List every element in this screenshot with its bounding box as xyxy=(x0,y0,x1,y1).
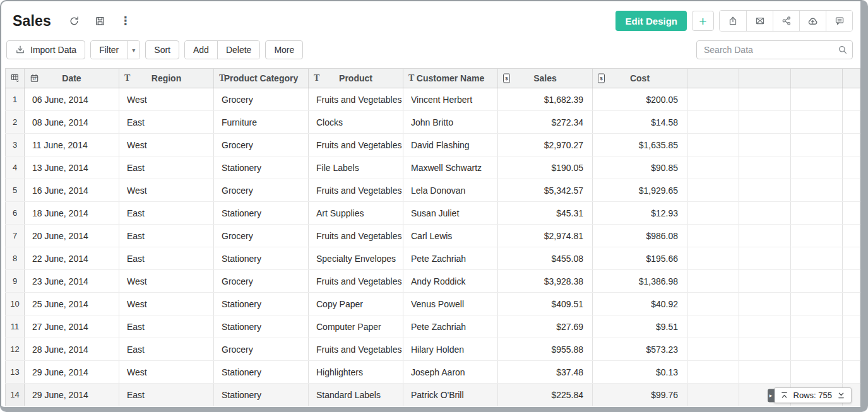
table-cell[interactable]: $2,970.27 xyxy=(498,134,593,156)
column-header[interactable]: TProduct Category xyxy=(214,69,309,88)
table-cell[interactable]: 13 June, 2014 xyxy=(25,156,119,179)
table-cell[interactable]: 23 June, 2014 xyxy=(25,270,119,293)
column-header[interactable]: $Sales xyxy=(498,69,593,88)
table-cell[interactable]: East xyxy=(119,247,214,270)
table-cell[interactable]: 27 June, 2014 xyxy=(25,315,119,338)
search-input[interactable] xyxy=(696,40,853,59)
collapse-tab[interactable]: ▶ xyxy=(768,389,775,402)
row-number[interactable]: 12 xyxy=(6,338,25,361)
row-number[interactable]: 2 xyxy=(6,111,25,134)
table-cell[interactable]: John Britto xyxy=(403,111,498,134)
table-cell[interactable]: Copy Paper xyxy=(309,293,403,315)
table-cell[interactable]: David Flashing xyxy=(403,134,498,156)
table-cell[interactable]: East xyxy=(119,315,214,338)
table-cell[interactable]: Hilary Holden xyxy=(403,338,498,361)
filter-dropdown-button[interactable]: ▾ xyxy=(127,41,140,59)
table-cell[interactable]: Vincent Herbert xyxy=(403,88,498,111)
table-cell[interactable]: Fruits and Vegetables xyxy=(309,338,403,361)
table-cell[interactable]: $3,928.38 xyxy=(498,270,593,293)
column-header[interactable]: TCustomer Name xyxy=(403,69,498,88)
table-cell[interactable]: $90.85 xyxy=(593,156,687,179)
mail-icon[interactable] xyxy=(746,11,773,31)
table-cell[interactable]: 29 June, 2014 xyxy=(25,384,119,406)
table-cell[interactable]: West xyxy=(119,270,214,293)
table-cell[interactable]: $12.93 xyxy=(593,202,687,225)
row-number[interactable]: 5 xyxy=(6,179,25,202)
filter-button[interactable]: Filter xyxy=(91,41,127,59)
table-cell[interactable]: 18 June, 2014 xyxy=(25,202,119,225)
table-cell[interactable]: East xyxy=(119,384,214,406)
select-all-header[interactable] xyxy=(6,69,25,88)
table-cell[interactable]: Standard Labels xyxy=(309,384,403,406)
table-cell[interactable]: Grocery xyxy=(214,179,309,202)
sort-button[interactable]: Sort xyxy=(145,40,179,59)
table-cell[interactable]: Grocery xyxy=(214,270,309,293)
table-cell[interactable]: $986.08 xyxy=(593,225,687,247)
export-icon[interactable] xyxy=(720,11,746,31)
table-cell[interactable]: Pete Zachriah xyxy=(403,315,498,338)
table-cell[interactable]: Stationery xyxy=(214,384,309,406)
table-cell[interactable]: 16 June, 2014 xyxy=(25,179,119,202)
table-cell[interactable]: Joseph Aaron xyxy=(403,361,498,384)
table-cell[interactable]: Art Supplies xyxy=(309,202,403,225)
cloud-upload-icon[interactable] xyxy=(799,11,826,31)
table-cell[interactable]: $1,682.39 xyxy=(498,88,593,111)
table-cell[interactable]: Furniture xyxy=(214,111,309,134)
column-header[interactable]: TRegion xyxy=(119,69,214,88)
table-cell[interactable]: Stationery xyxy=(214,361,309,384)
table-cell[interactable]: $99.76 xyxy=(593,384,687,406)
more-options-icon[interactable]: ⋮ xyxy=(119,15,132,27)
table-cell[interactable]: East xyxy=(119,156,214,179)
table-cell[interactable]: $455.08 xyxy=(498,247,593,270)
table-cell[interactable]: Computer Paper xyxy=(309,315,403,338)
table-cell[interactable]: Grocery xyxy=(214,134,309,156)
add-icon[interactable]: + xyxy=(692,11,714,31)
refresh-icon[interactable] xyxy=(68,15,80,27)
table-cell[interactable]: Fruits and Vegetables xyxy=(309,134,403,156)
table-cell[interactable]: Maxwell Schwartz xyxy=(403,156,498,179)
table-cell[interactable]: 29 June, 2014 xyxy=(25,361,119,384)
table-cell[interactable]: Stationery xyxy=(214,293,309,315)
table-cell[interactable]: West xyxy=(119,361,214,384)
table-cell[interactable]: $409.51 xyxy=(498,293,593,315)
row-number[interactable]: 11 xyxy=(6,315,25,338)
table-cell[interactable]: 11 June, 2014 xyxy=(25,134,119,156)
table-cell[interactable]: Stationery xyxy=(214,202,309,225)
table-cell[interactable]: Stationery xyxy=(214,156,309,179)
table-cell[interactable]: File Labels xyxy=(309,156,403,179)
table-cell[interactable]: 22 June, 2014 xyxy=(25,247,119,270)
column-header[interactable]: TProduct xyxy=(309,69,403,88)
table-cell[interactable]: East xyxy=(119,202,214,225)
table-cell[interactable]: Venus Powell xyxy=(403,293,498,315)
row-number[interactable]: 6 xyxy=(6,202,25,225)
column-header[interactable]: $Cost xyxy=(593,69,687,88)
table-cell[interactable]: $955.88 xyxy=(498,338,593,361)
column-header[interactable]: 17Date xyxy=(25,69,119,88)
table-cell[interactable]: West xyxy=(119,88,214,111)
row-number[interactable]: 3 xyxy=(6,134,25,156)
table-cell[interactable]: Stationery xyxy=(214,315,309,338)
table-cell[interactable]: $195.66 xyxy=(593,247,687,270)
table-cell[interactable]: East xyxy=(119,225,214,247)
table-cell[interactable]: Andy Roddick xyxy=(403,270,498,293)
table-cell[interactable]: Patrick O'Brill xyxy=(403,384,498,406)
table-cell[interactable]: West xyxy=(119,134,214,156)
table-cell[interactable]: $5,342.57 xyxy=(498,179,593,202)
table-cell[interactable]: Grocery xyxy=(214,338,309,361)
table-cell[interactable]: $40.92 xyxy=(593,293,687,315)
import-data-button[interactable]: Import Data xyxy=(6,40,85,59)
table-cell[interactable]: $225.84 xyxy=(498,384,593,406)
table-cell[interactable]: Grocery xyxy=(214,225,309,247)
table-cell[interactable]: Carl Lewis xyxy=(403,225,498,247)
table-cell[interactable]: West xyxy=(119,293,214,315)
table-cell[interactable]: Fruits and Vegetables xyxy=(309,225,403,247)
table-cell[interactable]: Specialty Envelopes xyxy=(309,247,403,270)
table-cell[interactable]: $14.58 xyxy=(593,111,687,134)
row-number[interactable]: 10 xyxy=(6,293,25,315)
table-cell[interactable]: $1,386.98 xyxy=(593,270,687,293)
table-cell[interactable]: $1,929.65 xyxy=(593,179,687,202)
table-cell[interactable]: 08 June, 2014 xyxy=(25,111,119,134)
table-cell[interactable]: $573.23 xyxy=(593,338,687,361)
table-cell[interactable]: Pete Zachriah xyxy=(403,247,498,270)
table-cell[interactable]: Highlighters xyxy=(309,361,403,384)
